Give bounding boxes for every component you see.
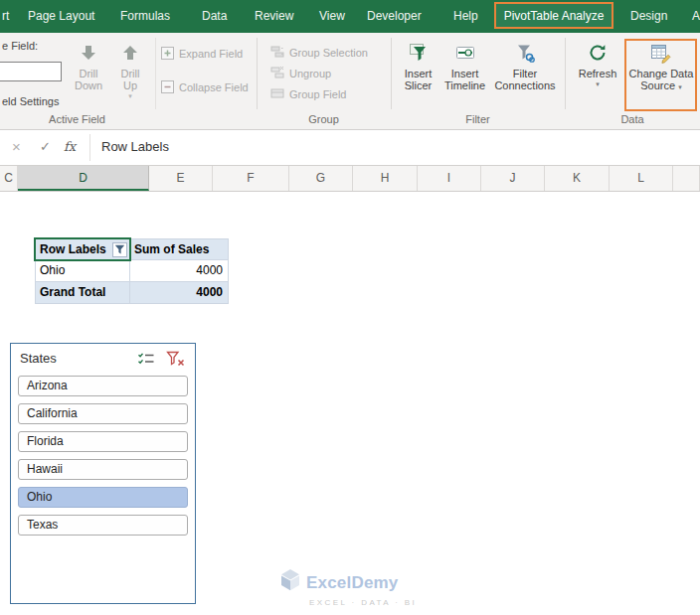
- group-selection-button[interactable]: Group Selection: [270, 45, 368, 61]
- formula-bar-value[interactable]: Row Labels: [101, 130, 169, 164]
- drill-up-button[interactable]: Drill Up ▾: [110, 41, 150, 100]
- drill-up-caret-icon: ▾: [128, 91, 132, 100]
- pivot-cell-grand-total-value[interactable]: 4000: [130, 282, 229, 304]
- column-header-l[interactable]: L: [610, 166, 673, 191]
- column-header-k[interactable]: K: [545, 166, 610, 191]
- tab-help[interactable]: Help: [453, 0, 478, 33]
- insert-timeline-label-2: Timeline: [444, 79, 485, 91]
- tab-acrobat-partial[interactable]: A: [692, 0, 700, 33]
- group-field-icon: [270, 86, 284, 102]
- drill-up-icon: [120, 41, 140, 65]
- slicer-item-texas[interactable]: Texas: [18, 515, 188, 536]
- filter-connections-icon: [515, 41, 535, 65]
- slicer-item-arizona[interactable]: Arizona: [18, 376, 188, 396]
- filter-connections-label-2: Connections: [494, 79, 555, 91]
- expand-field-label: Expand Field: [179, 48, 243, 60]
- slicer-item-florida[interactable]: Florida: [18, 431, 188, 452]
- pivot-cell-ohio-value[interactable]: 4000: [130, 260, 229, 282]
- tab-view[interactable]: View: [319, 0, 345, 33]
- insert-timeline-label-1: Insert: [451, 68, 479, 79]
- pivot-cell-ohio[interactable]: Ohio: [35, 260, 130, 282]
- slicer-item-california[interactable]: California: [18, 403, 188, 424]
- cancel-icon[interactable]: ×: [12, 130, 21, 164]
- insert-slicer-label-2: Slicer: [405, 79, 433, 91]
- tab-page-layout[interactable]: Page Layout: [28, 0, 94, 33]
- column-header-j[interactable]: J: [481, 166, 545, 191]
- drill-up-label-1: Drill: [121, 68, 140, 79]
- data-group-label: Data: [565, 113, 700, 125]
- active-field-inner-separator: [155, 38, 156, 109]
- active-field-input[interactable]: [0, 62, 62, 81]
- refresh-label: Refresh: [579, 68, 617, 79]
- formula-bar-separator: [89, 134, 90, 161]
- column-header-h[interactable]: H: [353, 166, 418, 191]
- exceldemy-logo-icon: [279, 568, 301, 597]
- column-header-partial[interactable]: [673, 166, 700, 191]
- filter-connections-button[interactable]: Filter Connections: [489, 41, 561, 91]
- ribbon: e Field: eld Settings Drill Down Drill U…: [0, 33, 700, 130]
- group-separator-3: [565, 38, 566, 109]
- multi-select-icon[interactable]: [136, 350, 156, 368]
- group-field-button[interactable]: Group Field: [270, 86, 346, 102]
- slicer-item-hawaii[interactable]: Hawaii: [18, 459, 188, 480]
- pivot-grand-total-row: Grand Total 4000: [35, 282, 229, 304]
- tab-pivottable-analyze[interactable]: PivotTable Analyze: [494, 2, 613, 29]
- tab-review[interactable]: Review: [255, 0, 293, 33]
- watermark-tagline: EXCEL · DATA · BI: [279, 598, 448, 607]
- row-labels-filter-icon[interactable]: [112, 242, 127, 257]
- change-data-source-caret-icon: ▾: [678, 83, 682, 90]
- excel-window: rt Page Layout Formulas Data Review View…: [0, 0, 700, 615]
- pivot-data-row: Ohio 4000: [35, 260, 229, 282]
- group-selection-icon: [270, 45, 284, 61]
- insert-slicer-icon: [409, 41, 429, 65]
- expand-field-icon: [161, 47, 174, 62]
- column-headers: C D E F G H I J K L: [0, 166, 700, 192]
- drill-down-icon: [79, 41, 98, 65]
- column-header-i[interactable]: I: [418, 166, 481, 191]
- pivot-cell-grand-total[interactable]: Grand Total: [35, 282, 130, 304]
- insert-function-icon[interactable]: fx: [64, 130, 76, 164]
- insert-timeline-icon: [455, 41, 475, 65]
- slicer-item-ohio[interactable]: Ohio: [18, 487, 188, 508]
- column-header-g[interactable]: G: [289, 166, 353, 191]
- group-group-label: Group: [257, 113, 391, 125]
- enter-icon[interactable]: ✓: [40, 130, 51, 164]
- column-header-f[interactable]: F: [213, 166, 289, 191]
- ungroup-label: Ungroup: [289, 68, 331, 79]
- group-field-label: Group Field: [289, 88, 346, 100]
- tab-design[interactable]: Design: [630, 0, 667, 33]
- clear-filter-icon[interactable]: [165, 350, 185, 368]
- tab-formulas[interactable]: Formulas: [120, 0, 170, 33]
- pivot-header-row: Row Labels Sum of Sales: [35, 238, 229, 260]
- drill-down-label-2: Down: [75, 79, 102, 91]
- tab-developer[interactable]: Developer: [367, 0, 422, 33]
- column-header-c[interactable]: C: [0, 166, 18, 191]
- pivot-header-row-labels-cell[interactable]: Row Labels: [35, 238, 130, 260]
- watermark-row: ExcelDemy: [279, 568, 448, 597]
- formula-bar: × ✓ fx Row Labels: [0, 130, 700, 166]
- pivot-header-sum-of-sales-cell[interactable]: Sum of Sales: [130, 238, 229, 260]
- insert-slicer-button[interactable]: Insert Slicer: [396, 41, 440, 91]
- insert-slicer-label-1: Insert: [405, 68, 433, 79]
- drill-down-button[interactable]: Drill Down: [68, 41, 109, 91]
- collapse-field-label: Collapse Field: [179, 81, 249, 93]
- ungroup-button[interactable]: Ungroup: [270, 66, 331, 81]
- watermark-brand: ExcelDemy: [306, 573, 399, 593]
- drill-up-label-2: Up: [123, 79, 137, 91]
- change-data-source-icon: [650, 41, 672, 65]
- expand-field-button[interactable]: Expand Field: [161, 46, 243, 62]
- refresh-button[interactable]: Refresh ▾: [574, 41, 621, 88]
- change-data-source-button[interactable]: Change Data Source ▾: [628, 41, 694, 91]
- refresh-caret-icon: ▾: [596, 79, 600, 88]
- column-header-d[interactable]: D: [18, 166, 149, 191]
- tab-insert-partial[interactable]: rt: [2, 0, 9, 33]
- field-settings-button[interactable]: eld Settings: [2, 95, 59, 107]
- collapse-field-button[interactable]: Collapse Field: [161, 79, 249, 95]
- column-header-e[interactable]: E: [149, 166, 213, 191]
- states-slicer: States Arizona California Florida Hawaii…: [10, 343, 196, 604]
- filter-group-label: Filter: [391, 113, 565, 125]
- insert-timeline-button[interactable]: Insert Timeline: [440, 41, 489, 91]
- group-separator-2: [391, 38, 392, 109]
- change-data-source-label-2: Source ▾: [640, 79, 681, 91]
- tab-data[interactable]: Data: [202, 0, 227, 33]
